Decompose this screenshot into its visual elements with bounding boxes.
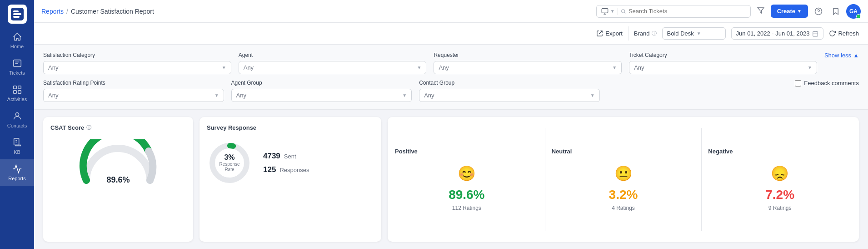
sent-value: 4739 <box>263 152 280 161</box>
show-less-button[interactable]: Show less ▲ <box>824 52 859 59</box>
sidebar-item-contacts[interactable]: Contacts <box>0 107 34 133</box>
positive-sentiment-card: Positive 😊 89.6% 112 Ratings <box>395 124 539 234</box>
negative-title: Negative <box>708 148 733 155</box>
neutral-sentiment-card: Neutral 😐 3.2% 4 Ratings <box>552 124 695 234</box>
sidebar-item-label: Reports <box>8 176 26 181</box>
chevron-down-icon: ▼ <box>215 93 219 98</box>
refresh-button[interactable]: Refresh <box>829 30 859 37</box>
svg-marker-20 <box>758 8 763 13</box>
neutral-pct: 3.2% <box>609 188 638 202</box>
svg-rect-8 <box>18 86 20 89</box>
avatar[interactable]: GA <box>846 4 861 19</box>
topnav: Reports / Customer Satisfaction Report ▼ <box>34 0 868 23</box>
filter-label: Requester <box>434 52 622 58</box>
neutral-title: Neutral <box>552 148 572 155</box>
sidebar-item-home[interactable]: Home <box>0 27 34 54</box>
date-range-value: Jun 01, 2022 - Jun 01, 2023 <box>736 30 810 37</box>
chevron-down-icon: ▼ <box>612 65 617 70</box>
negative-pct: 7.2% <box>765 188 794 202</box>
feedback-comments-checkbox[interactable] <box>795 80 801 86</box>
sidebar-item-label: Contacts <box>7 123 27 128</box>
select-value: Any <box>48 64 58 71</box>
sidebar-item-label: Activities <box>7 97 27 102</box>
filter-satisfaction-rating: Satisfaction Rating Points Any ▼ <box>43 80 224 102</box>
breadcrumb-separator: / <box>66 8 68 15</box>
csat-gauge-svg: 89.6% <box>77 139 159 185</box>
chevron-up-icon: ▲ <box>853 52 859 59</box>
sidebar-item-activities[interactable]: Activities <box>0 80 34 107</box>
filter-actions: Show less ▲ <box>824 52 859 60</box>
responses-label: Responses <box>279 167 309 173</box>
sidebar-item-reports[interactable]: Reports <box>0 159 34 186</box>
filter-label: Satisfaction Rating Points <box>43 80 224 86</box>
create-button[interactable]: Create ▼ <box>771 5 808 18</box>
survey-card-title: Survey Response <box>207 124 374 131</box>
svg-rect-10 <box>18 91 20 93</box>
breadcrumb: Reports / Customer Satisfaction Report <box>41 8 593 15</box>
chevron-down-icon: ▼ <box>610 9 615 14</box>
refresh-label: Refresh <box>838 30 859 37</box>
search-input[interactable] <box>629 8 746 15</box>
chevron-down-icon: ▼ <box>808 65 812 70</box>
satisfaction-category-select[interactable]: Any ▼ <box>43 61 231 74</box>
agent-select[interactable]: Any ▼ <box>239 61 427 74</box>
ticket-category-select[interactable]: Any ▼ <box>629 61 817 74</box>
svg-rect-4 <box>13 60 21 67</box>
date-range-picker[interactable]: Jun 01, 2022 - Jun 01, 2023 <box>731 27 824 40</box>
brand-label: Brand ⓘ <box>634 30 657 37</box>
svg-point-11 <box>15 113 19 116</box>
responses-value: 125 <box>263 165 276 174</box>
survey-stats: 4739 Sent 125 Responses <box>263 152 309 174</box>
negative-ratings: 9 Ratings <box>768 205 792 211</box>
sent-stat: 4739 Sent <box>263 152 309 161</box>
neutral-ratings: 4 Ratings <box>612 205 635 211</box>
feedback-label: Feedback comments <box>804 80 859 86</box>
filter-ticket-category: Ticket Category Any ▼ <box>629 52 817 74</box>
feedback-comments-checkbox-label[interactable]: Feedback comments <box>795 80 859 86</box>
brand-value: Bold Desk <box>667 30 694 37</box>
svg-rect-7 <box>13 86 16 89</box>
refresh-icon <box>829 30 836 37</box>
filter-row-2: Satisfaction Rating Points Any ▼ Agent G… <box>43 80 859 102</box>
toolbar: Export Brand ⓘ Bold Desk ▼ Jun 01, 2022 … <box>34 23 868 45</box>
sidebar-logo <box>8 5 27 24</box>
agent-group-select[interactable]: Any ▼ <box>231 89 412 102</box>
avatar-online-badge <box>856 14 861 19</box>
bookmark-button[interactable] <box>829 5 843 18</box>
requester-select[interactable]: Any ▼ <box>434 61 622 74</box>
svg-point-18 <box>621 9 625 13</box>
filter-label: Ticket Category <box>629 52 817 58</box>
sentiment-container: Positive 😊 89.6% 112 Ratings Neutral 😐 3… <box>388 117 859 242</box>
sidebar: Home Tickets Activities Contacts <box>0 0 34 249</box>
brand-select[interactable]: Bold Desk ▼ <box>662 27 726 40</box>
filter-requester: Requester Any ▼ <box>434 52 622 74</box>
svg-rect-12 <box>14 138 19 145</box>
positive-smiley-icon: 😊 <box>458 165 476 182</box>
filter-actions-row2: Feedback comments <box>795 80 859 87</box>
brand-chevron-icon: ▼ <box>697 31 701 36</box>
sidebar-item-tickets[interactable]: Tickets <box>0 54 34 80</box>
contact-group-select[interactable]: Any ▼ <box>419 89 600 102</box>
topnav-right: ▼ Create ▼ <box>596 4 861 19</box>
positive-title: Positive <box>395 148 418 155</box>
positive-ratings: 112 Ratings <box>452 205 481 211</box>
satisfaction-rating-select[interactable]: Any ▼ <box>43 89 224 102</box>
filter-agent-group: Agent Group Any ▼ <box>231 80 412 102</box>
dashboard: CSAT Score ⓘ 89.6% Survey Response <box>34 110 868 249</box>
sent-label: Sent <box>284 153 296 160</box>
select-value: Any <box>48 92 58 99</box>
export-button[interactable]: Export <box>596 30 623 37</box>
svg-rect-9 <box>13 91 16 93</box>
sidebar-item-kb[interactable]: KB <box>0 133 34 159</box>
search-icon <box>621 8 626 15</box>
sidebar-item-label: Tickets <box>9 70 25 76</box>
svg-rect-3 <box>13 16 20 18</box>
filter-button[interactable] <box>754 4 767 18</box>
help-button[interactable] <box>812 5 825 18</box>
search-type-btn[interactable]: ▼ <box>601 8 618 15</box>
select-value: Any <box>424 92 434 99</box>
breadcrumb-reports-link[interactable]: Reports <box>41 8 64 15</box>
chevron-down-icon: ▼ <box>797 9 802 14</box>
svg-line-23 <box>599 31 603 34</box>
donut-chart: 3% ResponseRate <box>207 140 252 186</box>
